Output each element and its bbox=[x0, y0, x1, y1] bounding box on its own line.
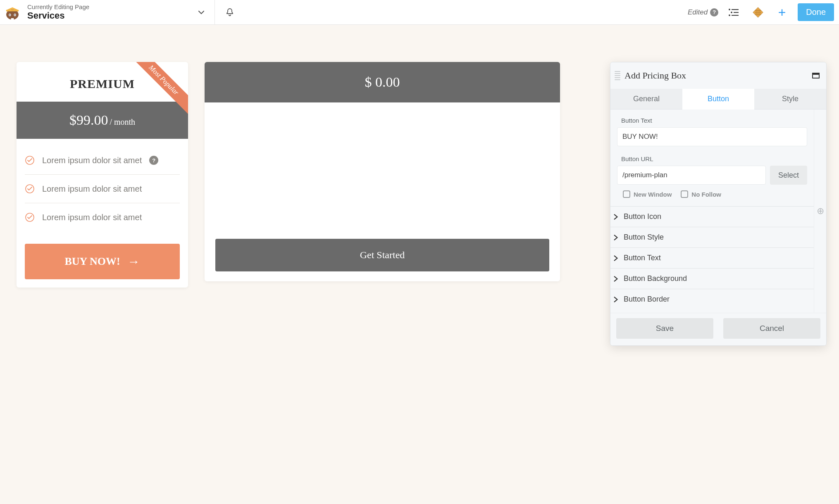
panel-header[interactable]: Add Pricing Box bbox=[610, 62, 826, 89]
accordion-button-border[interactable]: Button Border bbox=[610, 289, 814, 309]
panel-scroll: Button Text Button URL Select New Window bbox=[610, 109, 814, 313]
accordion-group: Button Icon Button Style Button Text But… bbox=[610, 206, 814, 309]
price-amount: $ 0.00 bbox=[365, 74, 400, 90]
button-url-input[interactable] bbox=[617, 166, 766, 185]
svg-point-4 bbox=[14, 14, 15, 15]
no-follow-label: No Follow bbox=[691, 191, 721, 198]
feature-list: Lorem ipsum dolor sit amet ? Lorem ipsum… bbox=[17, 139, 188, 235]
accordion-label: Button Text bbox=[624, 254, 661, 262]
topbar-mid bbox=[215, 4, 245, 21]
svg-point-11 bbox=[729, 14, 730, 16]
add-content-button[interactable]: + bbox=[774, 4, 790, 21]
save-button[interactable]: Save bbox=[616, 318, 713, 339]
price-band: $ 0.00 bbox=[205, 62, 560, 102]
buy-now-button[interactable]: BUY NOW! → bbox=[25, 244, 180, 279]
chevron-right-icon bbox=[612, 234, 620, 241]
editing-supertitle: Currently Editing Page bbox=[27, 3, 187, 10]
svg-rect-6 bbox=[6, 10, 19, 11]
pricing-box-premium[interactable]: Most Popular PREMIUM $99.00 / month Lore… bbox=[17, 62, 188, 288]
topbar-right: Edited ? + Done bbox=[688, 3, 839, 21]
tab-style[interactable]: Style bbox=[754, 89, 826, 109]
maximize-icon[interactable] bbox=[812, 73, 820, 78]
outline-icon bbox=[728, 8, 740, 17]
checkbox-icon bbox=[681, 190, 688, 198]
field-button-text: Button Text bbox=[616, 109, 808, 148]
url-options-row: New Window No Follow bbox=[617, 185, 807, 204]
outline-button[interactable] bbox=[726, 4, 742, 21]
editor-canvas: Most Popular PREMIUM $99.00 / month Lore… bbox=[0, 25, 839, 504]
card-footer: BUY NOW! → bbox=[17, 235, 188, 288]
plus-icon: + bbox=[778, 6, 786, 19]
panel-body: Button Text Button URL Select New Window bbox=[610, 109, 826, 313]
chevron-right-icon bbox=[612, 296, 620, 303]
feature-text: Lorem ipsum dolor sit amet bbox=[42, 213, 142, 222]
notifications-button[interactable] bbox=[222, 4, 238, 21]
feature-help-icon[interactable]: ? bbox=[149, 156, 158, 165]
chevron-right-icon bbox=[612, 213, 620, 221]
settings-panel: Add Pricing Box General Button Style But… bbox=[610, 62, 827, 346]
svg-point-7 bbox=[729, 9, 730, 10]
feature-row: Lorem ipsum dolor sit amet ? bbox=[25, 146, 180, 175]
panel-footer: Save Cancel bbox=[610, 313, 826, 345]
svg-point-9 bbox=[731, 12, 732, 13]
page-dropdown-button[interactable] bbox=[193, 4, 210, 21]
edited-help-icon[interactable]: ? bbox=[710, 8, 718, 17]
accordion-label: Button Border bbox=[624, 295, 670, 304]
page-title-block: Currently Editing Page Services bbox=[27, 3, 187, 21]
new-window-checkbox[interactable]: New Window bbox=[623, 190, 672, 198]
edited-status: Edited ? bbox=[688, 8, 718, 17]
accordion-label: Button Icon bbox=[624, 212, 661, 221]
pricing-box-basic[interactable]: $ 0.00 Get Started bbox=[205, 62, 560, 281]
check-circle-icon bbox=[25, 184, 35, 194]
chevron-right-icon bbox=[612, 254, 620, 262]
accordion-label: Button Background bbox=[624, 274, 687, 283]
new-window-label: New Window bbox=[634, 191, 672, 198]
edited-label: Edited bbox=[688, 8, 708, 17]
checkbox-icon bbox=[623, 190, 630, 198]
add-field-button[interactable]: ⊕ bbox=[814, 109, 826, 313]
feature-text: Lorem ipsum dolor sit amet bbox=[42, 184, 142, 194]
beaver-logo-icon bbox=[3, 3, 21, 21]
svg-rect-8 bbox=[732, 9, 739, 10]
waffle-icon bbox=[752, 7, 764, 18]
accordion-button-style[interactable]: Button Style bbox=[610, 227, 814, 247]
field-button-url: Button URL Select New Window No Follow bbox=[616, 148, 808, 206]
check-circle-icon bbox=[25, 212, 35, 222]
arrow-right-icon: → bbox=[128, 255, 140, 268]
drag-handle-icon[interactable] bbox=[615, 68, 620, 83]
svg-point-3 bbox=[10, 14, 10, 15]
get-started-button[interactable]: Get Started bbox=[215, 239, 549, 271]
price-amount: $99.00 bbox=[69, 112, 108, 128]
tab-button[interactable]: Button bbox=[682, 89, 754, 109]
topbar-left: Currently Editing Page Services bbox=[0, 0, 215, 24]
accordion-button-text[interactable]: Button Text bbox=[610, 247, 814, 268]
topbar: Currently Editing Page Services Edited ? bbox=[0, 0, 839, 25]
no-follow-checkbox[interactable]: No Follow bbox=[681, 190, 721, 198]
accordion-button-icon[interactable]: Button Icon bbox=[610, 206, 814, 227]
accordion-label: Button Style bbox=[624, 233, 664, 242]
tab-general[interactable]: General bbox=[610, 89, 682, 109]
svg-rect-12 bbox=[732, 15, 739, 16]
bell-icon bbox=[225, 7, 235, 17]
feature-text: Lorem ipsum dolor sit amet bbox=[42, 156, 142, 165]
chevron-down-icon bbox=[197, 8, 205, 17]
button-text-input[interactable] bbox=[617, 127, 807, 146]
svg-rect-5 bbox=[11, 18, 14, 20]
button-text-label: Button Text bbox=[621, 117, 807, 124]
price-band: $99.00 / month bbox=[17, 102, 188, 139]
feature-row: Lorem ipsum dolor sit amet bbox=[25, 203, 180, 231]
assistant-button[interactable] bbox=[750, 4, 766, 21]
accordion-button-background[interactable]: Button Background bbox=[610, 268, 814, 289]
cancel-button[interactable]: Cancel bbox=[723, 318, 820, 339]
svg-rect-10 bbox=[734, 12, 739, 13]
panel-title: Add Pricing Box bbox=[624, 70, 812, 81]
chevron-right-icon bbox=[612, 275, 620, 283]
done-button[interactable]: Done bbox=[798, 3, 834, 21]
price-period: / month bbox=[110, 117, 135, 126]
page-title: Services bbox=[27, 10, 187, 21]
check-circle-icon bbox=[25, 155, 35, 165]
feature-row: Lorem ipsum dolor sit amet bbox=[25, 175, 180, 203]
plus-circle-icon: ⊕ bbox=[817, 206, 824, 216]
select-url-button[interactable]: Select bbox=[770, 166, 807, 185]
feature-list bbox=[205, 102, 560, 239]
